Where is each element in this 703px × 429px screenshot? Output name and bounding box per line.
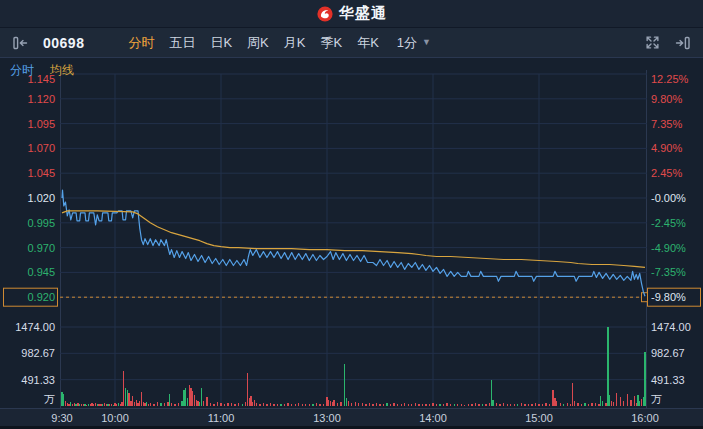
svg-text:0.995: 0.995: [27, 217, 55, 229]
svg-text:16:00: 16:00: [631, 412, 659, 424]
interval-label: 1分: [397, 34, 417, 52]
svg-text:1.020: 1.020: [27, 192, 55, 204]
svg-text:-4.90%: -4.90%: [651, 242, 686, 254]
brand-name: 华盛通: [339, 4, 387, 23]
chevron-down-icon: ▼: [422, 38, 431, 47]
stock-code: 00698: [43, 35, 84, 51]
interval-select[interactable]: 1分 ▼: [397, 34, 431, 52]
legend-minute-line: 分时: [10, 62, 34, 79]
svg-text:4.90%: 4.90%: [651, 142, 682, 154]
svg-text:-7.35%: -7.35%: [651, 266, 686, 278]
tab-minute[interactable]: 分时: [128, 34, 154, 52]
svg-text:2.45%: 2.45%: [651, 167, 682, 179]
huasheng-trading-app: 华盛通 00698 分时五日日K周K月K季K年K 1分 ▼: [0, 0, 703, 429]
svg-text:15:00: 15:00: [525, 412, 553, 424]
collapse-left-panel-icon[interactable]: [12, 35, 29, 51]
svg-text:9.80%: 9.80%: [651, 93, 682, 105]
svg-text:1474.00: 1474.00: [15, 321, 55, 333]
svg-text:11:00: 11:00: [208, 412, 235, 424]
legend-avg-line: 均线: [50, 62, 74, 79]
svg-text:491.33: 491.33: [651, 374, 685, 386]
current-price-label: 0.920: [27, 291, 55, 303]
svg-text:1.045: 1.045: [27, 167, 55, 179]
svg-text:0.945: 0.945: [27, 266, 55, 278]
tab-five-day[interactable]: 五日: [169, 34, 195, 52]
svg-text:491.33: 491.33: [21, 374, 55, 386]
svg-text:14:00: 14:00: [419, 412, 447, 424]
svg-text:7.35%: 7.35%: [651, 118, 682, 130]
period-tabs: 分时五日日K周K月K季K年K: [128, 34, 378, 52]
svg-text:13:00: 13:00: [313, 412, 341, 424]
svg-text:12.25%: 12.25%: [651, 73, 689, 85]
app-header: 华盛通: [0, 0, 703, 28]
open-right-panel-icon[interactable]: [674, 35, 691, 51]
svg-text:982.67: 982.67: [21, 347, 55, 359]
svg-text:1.070: 1.070: [27, 142, 55, 154]
svg-text:982.67: 982.67: [651, 347, 685, 359]
svg-text:0.970: 0.970: [27, 242, 55, 254]
huasheng-logo-icon: [316, 5, 334, 23]
tab-daily-k[interactable]: 日K: [210, 34, 232, 52]
chart-area: 分时均线 1.14512.25%1.1209.80%1.0957.35%1.07…: [0, 58, 703, 429]
svg-text:-2.45%: -2.45%: [651, 217, 686, 229]
fullscreen-icon[interactable]: [645, 35, 660, 50]
svg-text:-0.00%: -0.00%: [651, 192, 686, 204]
volume-unit-left: 万: [44, 393, 55, 405]
brand: 华盛通: [316, 4, 387, 23]
svg-text:10:00: 10:00: [101, 412, 129, 424]
chart-toolbar: 00698 分时五日日K周K月K季K年K 1分 ▼: [0, 28, 703, 58]
tab-monthly-k[interactable]: 月K: [284, 34, 306, 52]
current-change-label: -9.80%: [651, 291, 686, 303]
toolbar-right: [645, 35, 691, 51]
minute-chart-canvas[interactable]: 1.14512.25%1.1209.80%1.0957.35%1.0704.90…: [0, 58, 703, 429]
tab-yearly-k[interactable]: 年K: [357, 34, 379, 52]
svg-text:1474.00: 1474.00: [651, 321, 691, 333]
tab-weekly-k[interactable]: 周K: [247, 34, 269, 52]
chart-legend: 分时均线: [10, 62, 74, 79]
chart-background: [0, 58, 703, 429]
volume-unit-right: 万: [651, 393, 662, 405]
svg-text:9:30: 9:30: [51, 412, 72, 424]
tab-quarterly-k[interactable]: 季K: [320, 34, 342, 52]
svg-text:1.095: 1.095: [27, 118, 55, 130]
svg-text:1.120: 1.120: [27, 93, 55, 105]
